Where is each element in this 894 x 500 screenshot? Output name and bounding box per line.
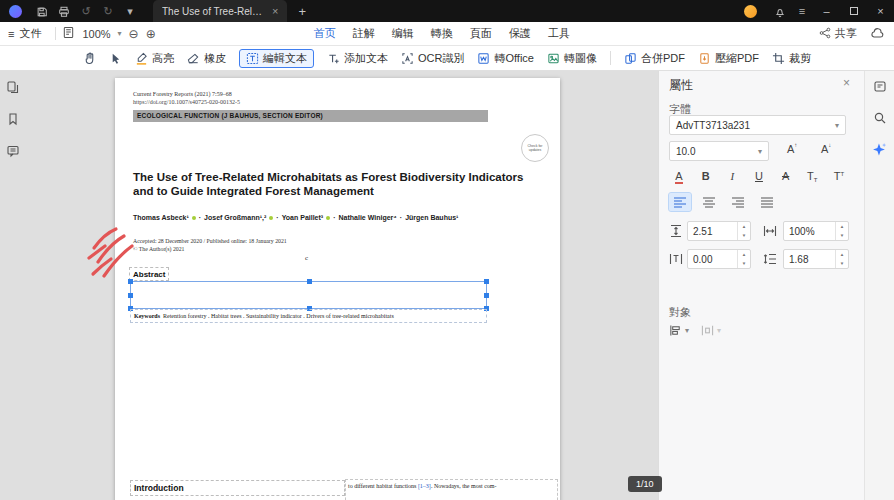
selection-handle[interactable] <box>128 293 133 298</box>
arrow-up-icon: ↑ <box>794 142 797 155</box>
introduction-heading-textbox[interactable]: Introduction <box>130 480 345 496</box>
spin-down-icon[interactable]: ▼ <box>836 259 848 268</box>
zoom-out-button[interactable]: ⊖ <box>129 27 139 41</box>
spin-up-icon[interactable]: ▲ <box>738 222 750 231</box>
undo-icon[interactable]: ↺ <box>75 0 97 22</box>
keywords-textbox[interactable]: Keywords Retention forestry . Habitat tr… <box>130 309 487 323</box>
ocr-tool-button[interactable]: OCR識別 <box>401 51 464 66</box>
tab-annotate[interactable]: 註解 <box>353 26 375 41</box>
spin-up-icon[interactable]: ▲ <box>836 250 848 259</box>
spin-up-icon[interactable]: ▲ <box>836 222 848 231</box>
zoom-in-button[interactable]: ⊕ <box>146 27 156 41</box>
font-color-button[interactable]: A <box>669 170 689 182</box>
subscript-button[interactable]: TT <box>802 170 822 183</box>
align-left-button[interactable] <box>669 193 691 211</box>
spin-down-icon[interactable]: ▼ <box>738 259 750 268</box>
minimize-button[interactable]: – <box>813 0 840 22</box>
select-tool-button[interactable] <box>109 52 122 65</box>
main-menu-icon[interactable]: ≡ <box>791 0 813 22</box>
tab-pages[interactable]: 頁面 <box>470 26 492 41</box>
increase-font-size-button[interactable]: A↑ <box>787 143 797 155</box>
redo-icon[interactable]: ↻ <box>97 0 119 22</box>
quick-toolbar-caret-icon[interactable]: ▾ <box>119 0 141 22</box>
tab-tools[interactable]: 工具 <box>548 26 570 41</box>
compress-pdf-tool-button[interactable]: 壓縮PDF <box>698 51 759 66</box>
notification-bell-icon[interactable] <box>769 0 791 22</box>
menubar: ≡ 文件 100% ▾ ⊖ ⊕ 首页 註解 编辑 轉換 頁面 保護 工具 <box>0 22 894 46</box>
line-spacing-stepper[interactable]: 1.68 ▲ ▼ <box>783 249 849 269</box>
selected-textbox[interactable] <box>130 281 487 309</box>
save-icon[interactable] <box>31 0 53 22</box>
merge-pdf-tool-button[interactable]: 合併PDF <box>624 51 685 66</box>
body-text-textbox[interactable]: to different habitat functions [1–3]. No… <box>345 479 558 500</box>
share-button[interactable]: 共享 <box>819 26 857 41</box>
align-objects-button[interactable]: ▾ <box>669 324 689 337</box>
page-thumbnails-panel-icon[interactable] <box>6 80 20 98</box>
ocr-label: OCR識別 <box>418 51 464 66</box>
check-for-updates-badge[interactable]: Check for updates <box>521 134 549 162</box>
print-icon[interactable] <box>53 0 75 22</box>
tab-home[interactable]: 首页 <box>314 26 336 41</box>
italic-button[interactable]: I <box>722 170 742 182</box>
spin-down-icon[interactable]: ▼ <box>836 231 848 240</box>
document-tab[interactable]: The Use of Tree-Relate... * × <box>153 0 287 22</box>
maximize-button[interactable] <box>840 0 867 22</box>
to-office-tool-button[interactable]: 轉Office <box>477 51 534 66</box>
bookmarks-panel-icon[interactable] <box>6 112 20 130</box>
search-icon[interactable] <box>873 111 887 129</box>
font-family-select[interactable]: AdvTT3713a231 ▾ <box>669 115 846 135</box>
chevron-down-icon: ▾ <box>685 326 689 335</box>
align-center-button[interactable] <box>698 193 720 211</box>
spin-down-icon[interactable]: ▼ <box>738 231 750 240</box>
doi-link[interactable]: https://doi.org/10.1007/s40725-020-00132… <box>133 99 240 105</box>
font-family-value: AdvTT3713a231 <box>676 120 750 131</box>
author-name: Thomas Asbeck¹ <box>133 214 189 221</box>
author-line: Thomas Asbeck¹ · Josef Großmann¹,² · Yoa… <box>133 214 458 221</box>
highlight-tool-button[interactable]: 高亮 <box>135 51 174 66</box>
cloud-download-icon[interactable] <box>870 27 884 41</box>
hand-tool-button[interactable] <box>83 52 96 65</box>
page-view-icon[interactable] <box>62 26 75 41</box>
horizontal-scale-stepper[interactable]: 100% ▲ ▼ <box>783 221 849 241</box>
add-text-tool-button[interactable]: 添加文本 <box>327 51 388 66</box>
to-image-tool-button[interactable]: 轉圖像 <box>547 51 597 66</box>
comments-panel-icon[interactable] <box>6 144 20 162</box>
comment-list-panel-icon[interactable] <box>873 80 887 98</box>
crop-tool-button[interactable]: 裁剪 <box>772 51 811 66</box>
zoom-caret-icon[interactable]: ▾ <box>118 29 122 38</box>
properties-close-icon[interactable]: × <box>843 76 850 90</box>
underline-button[interactable]: U <box>749 170 769 182</box>
size-letter: A <box>787 143 794 155</box>
tab-convert[interactable]: 轉換 <box>431 26 453 41</box>
strikethrough-button[interactable]: A <box>776 170 796 182</box>
pdf-page[interactable]: Current Forestry Reports (2021) 7:59–68 … <box>115 78 560 500</box>
zoom-level[interactable]: 100% <box>82 28 110 40</box>
baseline-offset-stepper[interactable]: 0.00 ▲ ▼ <box>687 249 751 269</box>
distribute-objects-button[interactable]: ▾ <box>701 324 721 337</box>
tab-edit[interactable]: 编辑 <box>392 26 414 41</box>
selection-handle[interactable] <box>484 293 489 298</box>
edit-text-tool-button[interactable]: 編輯文本 <box>239 49 314 68</box>
eraser-tool-button[interactable]: 橡皮 <box>187 51 226 66</box>
user-avatar[interactable] <box>744 5 757 18</box>
tab-close-icon[interactable]: × <box>272 5 278 17</box>
align-justify-button[interactable] <box>756 193 778 211</box>
align-right-button[interactable] <box>727 193 749 211</box>
new-tab-button[interactable]: + <box>298 4 306 19</box>
app-logo-icon[interactable] <box>9 5 22 18</box>
selection-handle[interactable] <box>307 279 312 284</box>
bold-button[interactable]: B <box>696 170 716 182</box>
ai-assistant-icon[interactable] <box>872 142 887 161</box>
font-size-select[interactable]: 10.0 ▾ <box>669 141 769 161</box>
red-annotation-scribble[interactable] <box>84 224 138 286</box>
spin-up-icon[interactable]: ▲ <box>738 250 750 259</box>
citation-link[interactable]: [1–3] <box>418 483 431 489</box>
char-spacing-stepper[interactable]: 2.51 ▲ ▼ <box>687 221 751 241</box>
accepted-line: Accepted: 28 December 2020 / Published o… <box>133 238 287 244</box>
tab-protect[interactable]: 保護 <box>509 26 531 41</box>
close-window-button[interactable]: × <box>867 0 894 22</box>
selection-handle[interactable] <box>484 279 489 284</box>
decrease-font-size-button[interactable]: A↓ <box>821 143 831 155</box>
file-menu[interactable]: ≡ 文件 <box>0 26 49 41</box>
superscript-button[interactable]: TT <box>829 170 849 182</box>
